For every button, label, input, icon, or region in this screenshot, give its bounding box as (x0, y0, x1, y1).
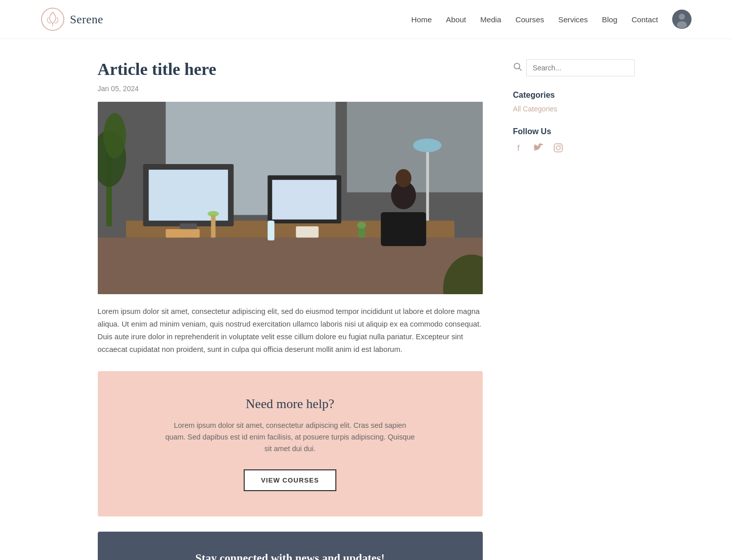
cta-text: Lorem ipsum dolor sit amet, consectetur … (164, 420, 417, 455)
svg-point-36 (556, 146, 560, 150)
nav-about[interactable]: About (446, 15, 466, 24)
facebook-icon[interactable]: f (513, 141, 526, 154)
brand-name: Serene (70, 13, 103, 26)
nav-services[interactable]: Services (558, 15, 588, 24)
svg-rect-7 (98, 238, 483, 295)
follow-section: Follow Us f (513, 127, 635, 154)
svg-text:f: f (517, 143, 520, 153)
nav-media[interactable]: Media (480, 15, 501, 24)
svg-point-24 (413, 139, 441, 152)
article-body: Lorem ipsum dolor sit amet, consectetur … (98, 305, 483, 356)
categories-heading: Categories (513, 91, 635, 100)
svg-rect-23 (426, 147, 429, 221)
search-input[interactable] (526, 59, 635, 76)
twitter-icon[interactable] (532, 141, 546, 154)
svg-rect-29 (267, 221, 274, 241)
svg-rect-14 (272, 180, 336, 220)
newsletter-box: Stay connected with news and updates! (98, 532, 483, 560)
nav-blog[interactable]: Blog (602, 15, 617, 24)
logo[interactable]: Serene (41, 7, 103, 31)
svg-point-16 (395, 169, 411, 187)
svg-rect-25 (166, 229, 200, 238)
article-title: Article title here (98, 59, 483, 79)
search-row (513, 59, 635, 76)
svg-rect-17 (380, 212, 426, 246)
user-avatar[interactable] (672, 10, 691, 29)
search-icon (513, 62, 522, 74)
article-area: Article title here Jan 05, 2024 (98, 59, 483, 560)
social-icons: f (513, 141, 635, 154)
follow-heading: Follow Us (513, 127, 635, 136)
svg-rect-26 (296, 226, 319, 237)
nav-home[interactable]: Home (411, 15, 432, 24)
svg-rect-33 (515, 143, 525, 153)
article-date: Jan 05, 2024 (98, 85, 483, 93)
newsletter-title: Stay connected with news and updates! (118, 552, 463, 560)
view-courses-button[interactable]: VIEW COURSES (244, 469, 336, 491)
svg-point-2 (679, 14, 685, 20)
svg-line-32 (519, 68, 521, 70)
cta-title: Need more help? (118, 396, 463, 412)
cta-box: Need more help? Lorem ipsum dolor sit am… (98, 371, 483, 516)
article-image (98, 102, 483, 294)
svg-point-3 (677, 21, 687, 28)
main-nav: Home About Media Courses Services Blog C… (411, 10, 691, 29)
svg-point-0 (42, 8, 64, 30)
logo-icon (41, 7, 65, 31)
nav-contact[interactable]: Contact (632, 15, 658, 24)
svg-point-28 (357, 222, 366, 228)
svg-rect-35 (554, 144, 562, 152)
svg-point-37 (560, 145, 561, 146)
categories-section: Categories All Categories (513, 91, 635, 113)
sidebar: Categories All Categories Follow Us f (513, 59, 635, 560)
svg-point-22 (103, 113, 126, 158)
all-categories-link[interactable]: All Categories (513, 105, 635, 113)
svg-rect-12 (180, 224, 197, 229)
svg-rect-18 (211, 215, 215, 238)
nav-courses[interactable]: Courses (515, 15, 544, 24)
svg-point-19 (207, 211, 218, 217)
instagram-icon[interactable] (552, 141, 565, 154)
